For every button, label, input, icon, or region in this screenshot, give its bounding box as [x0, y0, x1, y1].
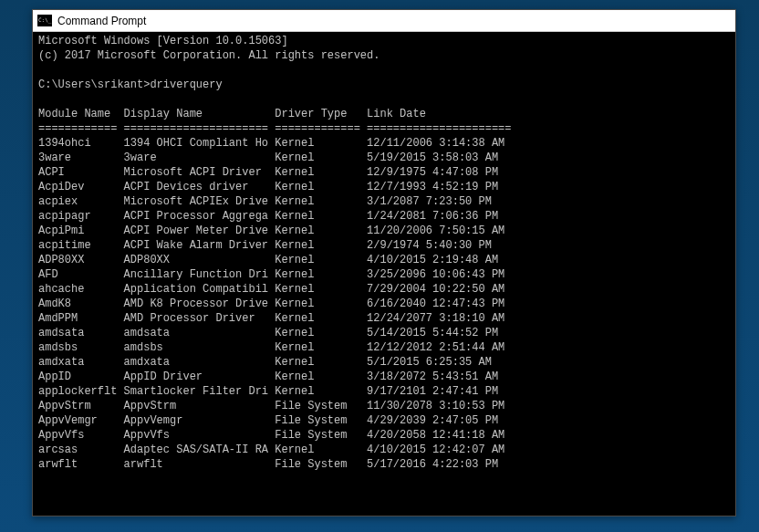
window-title: Command Prompt — [57, 15, 146, 27]
command-prompt-window: Command Prompt Microsoft Windows [Versio… — [32, 9, 736, 516]
titlebar[interactable]: Command Prompt — [33, 10, 735, 32]
cmd-icon — [37, 15, 52, 26]
console-output[interactable]: Microsoft Windows [Version 10.0.15063] (… — [33, 32, 735, 516]
